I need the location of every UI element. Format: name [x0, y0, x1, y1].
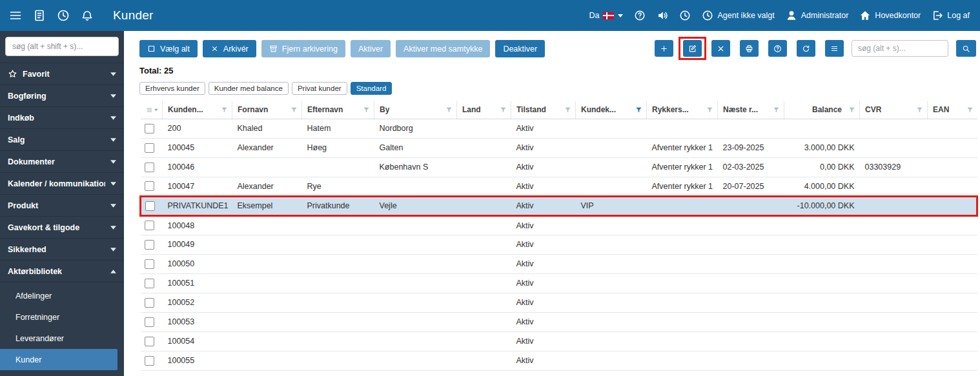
filter-funnel-icon[interactable] [445, 106, 453, 114]
filter-funnel-icon[interactable] [291, 106, 298, 114]
sidebar-item-salg[interactable]: Salg [0, 128, 124, 150]
print-button[interactable] [740, 40, 759, 57]
row-checkbox[interactable] [145, 356, 154, 366]
menu-icon[interactable] [9, 9, 22, 22]
row-checkbox[interactable] [145, 298, 154, 308]
logout-button[interactable]: Log af [932, 10, 970, 21]
filter-funnel-icon[interactable] [363, 106, 370, 114]
cell-n-ste-r [718, 293, 784, 312]
table-row-100045[interactable]: 100045AlexanderHøegGaltenAktivAfventer r… [141, 138, 977, 157]
table-search-input[interactable] [852, 40, 948, 57]
history-icon[interactable] [57, 9, 70, 22]
filter-tab-standard[interactable]: Standard [351, 82, 393, 95]
table-row-100055[interactable]: 100055Aktiv [141, 351, 977, 370]
aktiver-button[interactable]: Aktiver [351, 40, 391, 57]
filter-funnel-icon[interactable] [773, 106, 780, 114]
column-chooser[interactable] [141, 101, 163, 119]
row-checkbox[interactable] [145, 279, 154, 288]
cell-fornavn [232, 331, 302, 351]
row-checkbox[interactable] [145, 201, 155, 211]
table-row-100050[interactable]: 100050Aktiv [141, 254, 977, 273]
filter-funnel-icon[interactable] [966, 106, 974, 114]
arkiv-r-button[interactable]: Arkivér [203, 40, 256, 57]
menu-button[interactable] [825, 40, 844, 57]
table-row-100051[interactable]: 100051Aktiv [141, 273, 977, 293]
journal-icon[interactable] [33, 9, 46, 22]
sidebar-item-produkt[interactable]: Produkt [0, 194, 124, 216]
filter-tab-erhvervs-kunder[interactable]: Erhvervs kunder [139, 82, 205, 95]
sidebar-subitem-leverand-rer[interactable]: Leverandører [0, 328, 124, 349]
sidebar-item-favorit[interactable]: Favorit [0, 63, 124, 84]
help-icon[interactable] [634, 10, 646, 21]
chevron-down-icon [154, 108, 158, 112]
table-row-100049[interactable]: 100049Aktiv [141, 235, 977, 254]
filter-funnel-icon[interactable] [500, 106, 507, 114]
column-header-balance[interactable]: Balance [784, 101, 860, 119]
row-checkbox[interactable] [145, 163, 154, 172]
column-header-efternavn[interactable]: Efternavn [302, 101, 374, 119]
help-button[interactable] [768, 40, 787, 57]
row-checkbox[interactable] [145, 124, 154, 134]
office-selector[interactable]: Hovedkontor [859, 10, 921, 21]
filter-funnel-icon[interactable] [221, 106, 228, 114]
filter-funnel-icon[interactable] [635, 106, 642, 114]
row-checkbox[interactable] [145, 259, 154, 269]
sidebar-subitem-kunder[interactable]: Kunder [0, 349, 117, 370]
column-header-ean[interactable]: EAN [928, 101, 977, 119]
sidebar-item-akt-rbibliotek[interactable]: Aktørbibliotek [0, 260, 124, 282]
filter-tab-privat-kunder[interactable]: Privat kunder [292, 82, 347, 95]
refresh-button[interactable] [797, 40, 815, 57]
fjern-arkivering-button[interactable]: Fjern arkivering [261, 40, 345, 57]
sidebar-item-bogf-ring[interactable]: Bogføring [0, 84, 124, 106]
clock-icon[interactable] [679, 10, 691, 21]
bell-icon[interactable] [81, 9, 94, 22]
v-lg-alt-button[interactable]: Vælg alt [139, 40, 198, 57]
delete-button[interactable] [711, 40, 730, 57]
column-header-n-ste-r[interactable]: Næste r... [718, 101, 784, 119]
table-row-100047[interactable]: 100047AlexanderRyeAktivAfventer rykker 1… [141, 177, 977, 196]
table-row-100054[interactable]: 100054Aktiv [141, 331, 977, 351]
sidebar-item-kalender-kommunikation[interactable]: Kalender / kommunikation [0, 172, 124, 194]
table-row-100046[interactable]: 100046København SAktivAfventer rykker 10… [141, 157, 977, 177]
filter-funnel-icon[interactable] [848, 106, 855, 114]
filter-tab-kunder-med-balance[interactable]: Kunder med balance [209, 82, 289, 95]
filter-funnel-icon[interactable] [706, 106, 713, 114]
column-header-tilstand[interactable]: Tilstand [511, 101, 576, 119]
edit-button[interactable] [683, 40, 702, 57]
deaktiver-button[interactable]: Deaktiver [495, 40, 545, 57]
aktiver-med-samtykke-button[interactable]: Aktiver med samtykke [396, 40, 490, 57]
sidebar-item-indk-b[interactable]: Indkøb [0, 106, 124, 128]
filter-funnel-icon[interactable] [916, 106, 923, 114]
sidebar-item-sikkerhed[interactable]: Sikkerhed [0, 238, 124, 260]
table-row-privatkunde1[interactable]: PRIVATKUNDE1EksempelPrivatkundeVejleAkti… [141, 196, 977, 215]
language-selector[interactable]: Da [589, 11, 623, 20]
column-header-rykkers[interactable]: Rykkers... [647, 101, 718, 119]
filter-funnel-icon[interactable] [564, 106, 571, 114]
sidebar-item-dokumenter[interactable]: Dokumenter [0, 150, 124, 172]
agent-selector[interactable]: Agent ikke valgt [702, 10, 774, 21]
row-checkbox[interactable] [145, 240, 154, 250]
column-header-kundek[interactable]: Kundek... [576, 101, 647, 119]
column-header-cvr[interactable]: CVR [860, 101, 928, 119]
table-row-100053[interactable]: 100053Aktiv [141, 312, 977, 331]
column-header-land[interactable]: Land [457, 101, 511, 119]
row-checkbox[interactable] [145, 317, 154, 327]
user-menu[interactable]: Administrator [786, 10, 849, 21]
volume-icon[interactable] [657, 10, 668, 21]
column-header-kunden[interactable]: Kunden... [163, 101, 232, 119]
sidebar-subitem-afdelinger[interactable]: Afdelinger [0, 285, 124, 306]
row-checkbox[interactable] [145, 181, 154, 191]
sidebar-subitem-forretninger[interactable]: Forretninger [0, 306, 124, 328]
column-header-by[interactable]: By [374, 101, 457, 119]
add-button[interactable] [655, 40, 673, 57]
search-button[interactable] [956, 40, 976, 57]
table-row-100048[interactable]: 100048Aktiv [141, 215, 977, 235]
sidebar-search-input[interactable] [5, 37, 119, 56]
column-header-fornavn[interactable]: Fornavn [232, 101, 302, 119]
row-checkbox[interactable] [145, 143, 154, 153]
row-checkbox[interactable] [145, 337, 154, 346]
table-row-100052[interactable]: 100052Aktiv [141, 293, 977, 312]
sidebar-item-gavekort-tilgode[interactable]: Gavekort & tilgode [0, 216, 124, 238]
table-row-200[interactable]: 200KhaledHatemNordborgAktiv [141, 119, 977, 138]
row-checkbox[interactable] [145, 221, 154, 230]
